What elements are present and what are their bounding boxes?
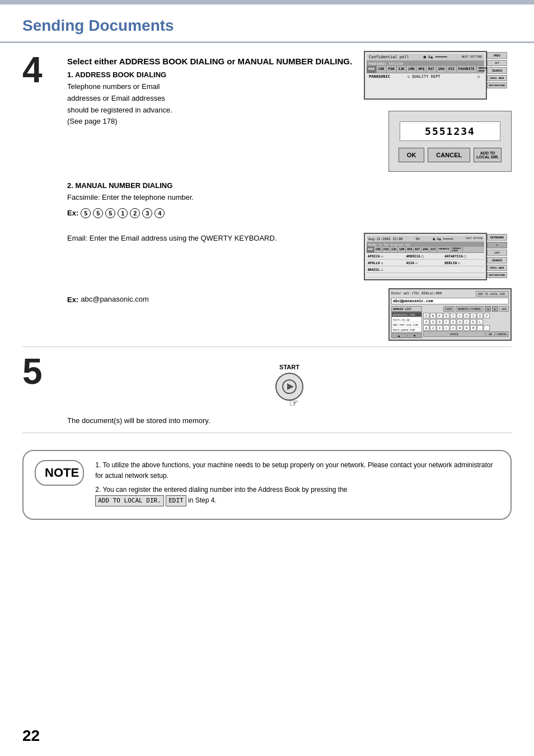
screen1-entry-empty1 xyxy=(367,80,484,86)
scroll-down-btn[interactable]: ▼ xyxy=(407,333,422,338)
search-btn[interactable]: SEARCH xyxy=(487,67,507,74)
search-btn2[interactable]: SEARCH xyxy=(487,257,507,264)
add-char-btn[interactable]: ADD xyxy=(499,306,509,312)
destinations-btn[interactable]: DESTINATIONS xyxy=(487,82,507,88)
key-g[interactable]: G xyxy=(450,319,456,325)
key-i[interactable]: I xyxy=(470,313,476,318)
email-addr-btn2[interactable]: EMAIL ADDR xyxy=(487,265,507,271)
arrow-btn[interactable]: ← xyxy=(487,242,507,248)
key-dash[interactable]: - xyxy=(484,325,490,331)
key-q[interactable]: Q xyxy=(423,313,429,318)
subsection2-title: 2. MANUAL NUMBER DIALING xyxy=(67,181,512,190)
att-btn[interactable]: ATT xyxy=(487,60,507,66)
numeric-btn[interactable]: NUMERIC/SYMBOL xyxy=(456,306,484,312)
tab-lmn[interactable]: LMN xyxy=(406,66,416,73)
key-p[interactable]: P xyxy=(484,313,490,318)
space-btn[interactable]: SPACE xyxy=(423,331,485,337)
tab-ijk[interactable]: IJK xyxy=(397,66,407,73)
destinations-btn2[interactable]: DESTINATIONS xyxy=(487,272,507,278)
add-to-local-button[interactable]: ADD TOLOCAL DIR. xyxy=(474,148,502,162)
domain-list: panasonic.com njcs.co.jp abc-net.xxy.com… xyxy=(391,312,422,332)
circle-5c: 5 xyxy=(105,208,115,218)
key-h[interactable]: H xyxy=(457,319,463,325)
list-btn[interactable]: LIST xyxy=(487,250,507,256)
key-m[interactable]: M xyxy=(470,325,476,331)
key-n[interactable]: N xyxy=(463,325,470,331)
circle-5b: 5 xyxy=(93,208,103,218)
key-r[interactable]: R xyxy=(443,313,449,318)
tab-opq[interactable]: OPQ xyxy=(416,66,427,73)
key-row-3: @ Z X C V B N M . - xyxy=(423,325,509,331)
add-to-local-dir-btn[interactable]: ADD TO LOCAL DIR. xyxy=(95,495,164,506)
key-k[interactable]: K xyxy=(470,319,476,325)
ok-button[interactable]: OK xyxy=(399,148,425,162)
key-v[interactable]: V xyxy=(450,325,456,331)
screen3-tab-uvw[interactable]: UVW xyxy=(421,247,429,252)
tab-fgh[interactable]: FGH xyxy=(387,66,397,73)
note-section: NOTE 1. To utilize the above functions, … xyxy=(22,450,512,520)
tab-cde[interactable]: CDE xyxy=(377,66,387,73)
edit-btn[interactable]: EDIT xyxy=(166,495,186,506)
key-e[interactable]: E xyxy=(437,313,443,318)
screen3-tab-program[interactable]: PROGRAM/GROUP xyxy=(451,247,463,252)
screen3-tab-ijk[interactable]: IJK xyxy=(390,247,398,252)
domain-panasonic[interactable]: panasonic.com xyxy=(392,312,421,317)
tab-rst[interactable]: RST xyxy=(427,66,437,73)
prev-btn[interactable]: PREV xyxy=(487,52,507,59)
key-a[interactable]: A xyxy=(423,319,429,325)
kb-ok-btn[interactable]: OK xyxy=(486,331,495,337)
subsection2-body: Facsimile: Enter the telephone number. xyxy=(67,192,512,204)
screen3-tab-favorite[interactable]: FAVORITE xyxy=(437,247,451,252)
email-addr-btn[interactable]: EMAIL ADDR xyxy=(487,75,507,81)
domain-host[interactable]: host.pana.com xyxy=(392,327,421,332)
step4-section: 4 Confidential poll ▦ A▲ ━━━━━ NEXT SETT… xyxy=(22,43,512,347)
screen3-tab-opq[interactable]: OPQ xyxy=(406,247,414,252)
screen1-header: Confidential poll ▦ A▲ ━━━━━ NEXT SETTIN… xyxy=(367,54,484,61)
key-j[interactable]: J xyxy=(463,319,470,325)
screen3-tab-xyz[interactable]: XYZ xyxy=(429,247,437,252)
circle-3: 3 xyxy=(142,208,152,218)
cancel-button[interactable]: CANCEL xyxy=(428,148,470,162)
key-s[interactable]: S xyxy=(430,319,436,325)
example-label-email: Ex: xyxy=(67,295,78,304)
scroll-up-btn[interactable]: ▲ xyxy=(391,333,406,338)
screen3-tab-rst[interactable]: RST xyxy=(414,247,421,252)
backspace-btn[interactable]: ◄ xyxy=(485,306,491,312)
screen3-next-setting: NEXT SETTING xyxy=(466,237,483,241)
key-l[interactable]: L xyxy=(477,319,483,325)
example-email-value: abc@panasonic.com xyxy=(81,294,149,306)
key-u[interactable]: U xyxy=(463,313,470,318)
key-at[interactable]: @ xyxy=(423,325,429,331)
screen3-tab-fgh[interactable]: FGH xyxy=(382,247,390,252)
screen3-tab-ab[interactable]: #AB xyxy=(367,247,374,252)
key-c[interactable]: C xyxy=(443,325,449,331)
kb-prompt: Enter adr.(TO) BIN(a):000 xyxy=(391,291,442,297)
circle-1: 1 xyxy=(118,208,128,218)
kb-add-btn[interactable]: ADD TO LOCAL DIR. xyxy=(476,291,509,297)
key-f[interactable]: F xyxy=(443,319,449,325)
key-d[interactable]: D xyxy=(437,319,443,325)
screen3-row-africa: AFRICA ☑ AMERICA □ ANTARTICA □ xyxy=(367,253,484,260)
keyboard-btn[interactable]: KEYBOARD xyxy=(487,234,507,241)
key-b[interactable]: B xyxy=(457,325,463,331)
example-email: Ex: abc@panasonic.com xyxy=(67,294,354,306)
key-x[interactable]: X xyxy=(437,325,443,331)
key-z[interactable]: Z xyxy=(430,325,436,331)
kb-cancel-btn[interactable]: CANCEL xyxy=(495,331,509,337)
domain-njcs[interactable]: njcs.co.jp xyxy=(392,317,421,322)
tab-uvw[interactable]: UVW xyxy=(437,66,447,73)
tab-favorite[interactable]: FAVORITE xyxy=(457,66,477,73)
tab-xyz[interactable]: XYZ xyxy=(447,66,457,73)
key-w[interactable]: W xyxy=(430,313,436,318)
tab-ab[interactable]: #AB xyxy=(367,66,377,73)
screen3-pct: 0% xyxy=(416,237,420,241)
key-dot[interactable]: . xyxy=(477,325,483,331)
domain-abc[interactable]: abc-net.xxy.com xyxy=(392,322,421,327)
screen3-tab-cde[interactable]: CDE xyxy=(374,247,382,252)
key-o[interactable]: O xyxy=(477,313,483,318)
screen3-tab-lmn[interactable]: LMN xyxy=(398,247,406,252)
caps-btn[interactable]: CAPS xyxy=(443,306,455,312)
key-y[interactable]: Y xyxy=(457,313,463,318)
forward-btn[interactable]: ► xyxy=(492,306,498,312)
key-t[interactable]: T xyxy=(450,313,456,318)
